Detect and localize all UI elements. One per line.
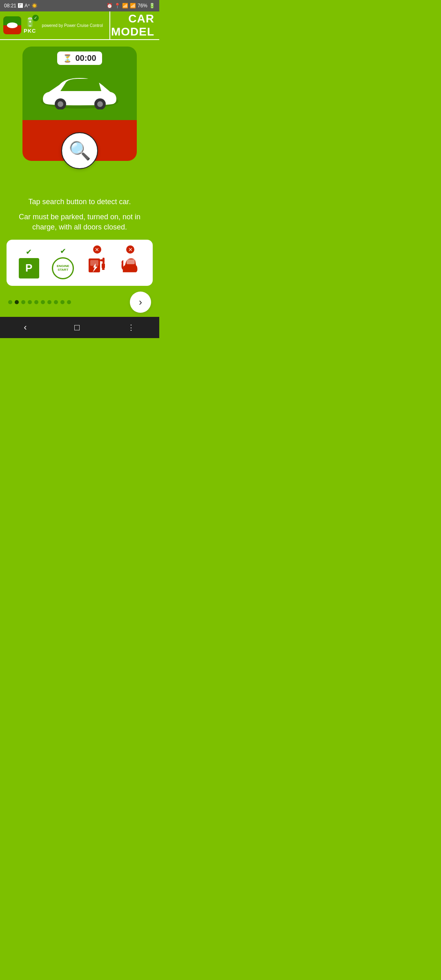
battery-display: 76% [138, 3, 147, 9]
conditions-card: ✔ P ✔ ENGINESTART ✕ [7, 240, 153, 286]
pkc-label: PKC [24, 28, 36, 34]
status-left: 08:21 🅿 Aˣ ☀️ [4, 3, 38, 9]
wifi-icon: 📶 [122, 3, 128, 9]
time-display: 08:21 [4, 3, 16, 9]
charging-check-icon: ✕ [93, 245, 101, 254]
nav-bar: ‹ □ ⋮ [0, 317, 159, 338]
instruction-line1: Tap search button to detect car. [11, 198, 149, 206]
parking-check-icon: ✔ [26, 247, 32, 256]
search-button[interactable]: 🔍 [61, 132, 98, 169]
search-icon: 🔍 [69, 140, 91, 161]
svg-rect-14 [127, 259, 135, 264]
car-card-top: ⏳ 00:00 [22, 47, 137, 120]
dot-1 [15, 300, 19, 304]
next-icon: › [139, 296, 142, 308]
dot-6 [47, 300, 51, 304]
doors-check-icon: ✕ [126, 245, 134, 254]
svg-point-2 [7, 22, 18, 28]
signal-icon: 📶 [130, 3, 136, 9]
pkc-badge: 🔋 PKC [24, 17, 36, 34]
menu-button[interactable]: ⋮ [118, 320, 145, 335]
pagination-row: › [7, 292, 153, 313]
auto-icon: Aˣ [24, 3, 30, 9]
dot-7 [54, 300, 58, 304]
engine-start-icon: ENGINESTART [52, 257, 74, 279]
status-right: ⏰ 📍 📶 📶 76% 🔋 [107, 3, 155, 9]
timer-icon: ⏳ [63, 54, 72, 63]
next-button[interactable]: › [130, 292, 151, 313]
svg-rect-13 [102, 268, 105, 270]
battery-pkg-icon: 🔋 [24, 17, 36, 27]
dot-3 [28, 300, 32, 304]
svg-point-5 [58, 101, 63, 107]
door-open-icon [120, 255, 140, 280]
back-button[interactable]: ‹ [14, 319, 36, 336]
svg-point-7 [97, 101, 103, 107]
timer-display: 00:00 [75, 53, 96, 63]
instructions-section: Tap search button to detect car. Car mus… [7, 198, 153, 232]
condition-doors: ✕ [120, 245, 140, 280]
car-silhouette [37, 71, 122, 111]
weather-icon: ☀️ [31, 3, 38, 9]
logo-car-svg [5, 21, 20, 30]
timer-badge: ⏳ 00:00 [57, 51, 102, 65]
charging-svg [87, 255, 107, 276]
svg-rect-11 [102, 258, 105, 263]
app-logo-icon [3, 16, 21, 34]
car-card: ⏳ 00:00 🔍 [22, 47, 137, 161]
condition-parking: ✔ P [19, 247, 39, 278]
charging-icon [87, 255, 107, 280]
notifications-icon: 🅿 [18, 3, 23, 9]
location-icon: 📍 [114, 3, 120, 9]
engine-check-icon: ✔ [60, 247, 66, 256]
page-title: CAR MODEL [110, 12, 159, 38]
home-button[interactable]: □ [65, 319, 89, 336]
dot-8 [60, 300, 65, 304]
main-content: ⏳ 00:00 🔍 [0, 40, 159, 317]
dot-9 [67, 300, 71, 304]
condition-engine: ✔ ENGINESTART [52, 247, 74, 279]
door-svg [120, 255, 140, 276]
parking-icon: P [19, 258, 39, 278]
dot-5 [41, 300, 45, 304]
dot-4 [34, 300, 38, 304]
alarm-icon: ⏰ [107, 3, 113, 9]
svg-rect-9 [90, 260, 98, 266]
app-header: 🔋 PKC powered by Power Cruise Control CA… [0, 11, 159, 40]
pagination-dots [8, 300, 71, 304]
dot-0 [8, 300, 12, 304]
status-bar: 08:21 🅿 Aˣ ☀️ ⏰ 📍 📶 📶 76% 🔋 [0, 0, 159, 11]
battery-icon: 🔋 [149, 3, 155, 9]
instruction-line2: Car must be parked, turned on, not in ch… [11, 212, 149, 232]
pkc-check-badge: 🔋 [24, 17, 36, 28]
svg-rect-12 [102, 263, 105, 268]
dot-2 [21, 300, 25, 304]
header-logo-area: 🔋 PKC powered by Power Cruise Control [0, 11, 110, 39]
condition-charging: ✕ [87, 245, 107, 280]
powered-by-text: powered by Power Cruise Control [38, 23, 106, 28]
car-silhouette-svg [37, 71, 122, 109]
